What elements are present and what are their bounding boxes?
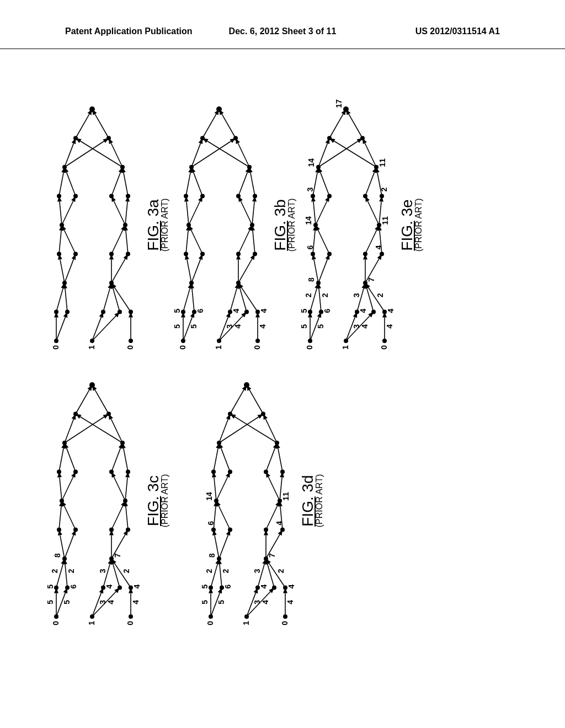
svg-line-225: [65, 535, 73, 559]
svg-text:5: 5: [200, 600, 209, 604]
svg-line-217: [115, 563, 131, 587]
svg-line-277: [76, 390, 89, 414]
svg-text:7: 7: [113, 553, 122, 558]
svg-text:5: 5: [300, 308, 308, 313]
svg-text:4: 4: [131, 600, 140, 604]
svg-text:4: 4: [132, 584, 141, 588]
svg-line-318: [211, 564, 217, 588]
caption-num: 3e: [398, 199, 415, 216]
tree-3c-svg: 010564455344223287: [40, 374, 145, 628]
svg-line-497: [349, 114, 363, 138]
svg-text:2: 2: [50, 569, 59, 573]
page-header: Patent Application Publication Dec. 6, 2…: [0, 26, 565, 49]
svg-line-2: [56, 317, 65, 341]
header-left: Patent Application Publication: [65, 26, 193, 36]
svg-line-122: [187, 259, 191, 283]
svg-line-144: [186, 201, 189, 225]
svg-text:4: 4: [259, 308, 268, 313]
svg-line-36: [111, 259, 125, 283]
svg-text:5: 5: [316, 324, 325, 329]
svg-line-245: [60, 477, 62, 501]
svg-text:4: 4: [360, 324, 369, 329]
svg-line-354: [216, 477, 228, 501]
svg-text:0: 0: [51, 345, 60, 350]
svg-text:6: 6: [223, 584, 232, 588]
svg-point-310: [209, 614, 213, 619]
svg-line-479: [365, 172, 374, 196]
svg-line-6: [92, 316, 116, 341]
svg-line-18: [56, 288, 63, 312]
svg-text:4: 4: [275, 521, 284, 525]
svg-text:17: 17: [334, 99, 343, 108]
svg-line-320: [220, 564, 222, 588]
svg-point-499: [343, 106, 349, 112]
svg-line-68: [111, 172, 120, 196]
svg-text:0: 0: [126, 621, 135, 625]
svg-line-431: [319, 288, 321, 312]
svg-line-263: [124, 448, 128, 472]
svg-text:3: 3: [306, 187, 315, 191]
svg-line-475: [313, 173, 317, 196]
svg-text:2: 2: [304, 293, 313, 297]
svg-line-366: [221, 448, 230, 472]
svg-line-235: [59, 506, 61, 530]
tree-3e-svg: 01056445534422328764141132171411: [294, 98, 398, 352]
svg-text:3: 3: [352, 293, 361, 297]
svg-line-96: [219, 317, 228, 341]
svg-line-477: [321, 172, 329, 196]
svg-line-219: [113, 564, 120, 588]
svg-line-22: [103, 288, 110, 312]
svg-text:8: 8: [307, 277, 316, 282]
svg-line-158: [194, 172, 202, 196]
svg-line-150: [252, 201, 254, 225]
svg-line-112: [192, 288, 194, 312]
svg-point-205: [129, 614, 133, 619]
svg-line-364: [214, 448, 218, 472]
svg-text:0: 0: [51, 621, 60, 625]
svg-text:5: 5: [300, 324, 308, 329]
svg-line-457: [365, 230, 377, 254]
caption-num: 3c: [145, 475, 162, 492]
svg-line-463: [313, 201, 316, 225]
svg-line-168: [191, 141, 231, 167]
svg-text:11: 11: [281, 492, 290, 501]
svg-text:2: 2: [67, 569, 76, 573]
caption-prefix: FIG.: [299, 496, 316, 526]
svg-text:7: 7: [268, 553, 276, 558]
svg-line-156: [186, 173, 190, 196]
tree-3a-svg: 010: [40, 98, 145, 352]
svg-line-197: [92, 593, 101, 617]
svg-line-136: [191, 230, 202, 254]
svg-text:0: 0: [126, 345, 135, 350]
svg-text:0: 0: [380, 345, 388, 350]
caption-num: 3a: [145, 199, 162, 216]
svg-line-237: [64, 506, 76, 529]
svg-text:4: 4: [106, 600, 115, 604]
svg-line-415: [346, 317, 355, 341]
svg-text:4: 4: [233, 324, 242, 329]
caption-num: 3d: [299, 475, 316, 492]
svg-line-368: [266, 448, 275, 472]
svg-text:3: 3: [253, 569, 262, 573]
svg-line-487: [318, 141, 358, 167]
caption-prefix: FIG.: [145, 221, 162, 250]
svg-line-70: [124, 173, 128, 196]
svg-line-467: [367, 201, 379, 225]
svg-line-455: [318, 230, 329, 254]
svg-text:0: 0: [178, 345, 187, 350]
svg-text:14: 14: [205, 492, 214, 501]
svg-line-160: [238, 172, 247, 196]
svg-line-138: [238, 230, 250, 254]
svg-text:3: 3: [98, 569, 107, 573]
svg-line-148: [241, 201, 252, 225]
figure-3a: 010 FIG. 3a (PRIOR ART): [40, 98, 170, 352]
svg-line-140: [253, 231, 255, 254]
svg-line-251: [125, 477, 127, 501]
figure-3b: 010564455344 FIG. 3b (PRIOR ART): [167, 98, 297, 352]
svg-line-332: [219, 535, 228, 559]
figure-3e: 01056445534422328764141132171411 FIG. 3e…: [294, 98, 424, 352]
svg-line-26: [113, 288, 120, 312]
svg-text:2: 2: [205, 569, 214, 573]
svg-point-10: [54, 339, 58, 343]
svg-line-162: [250, 173, 255, 196]
